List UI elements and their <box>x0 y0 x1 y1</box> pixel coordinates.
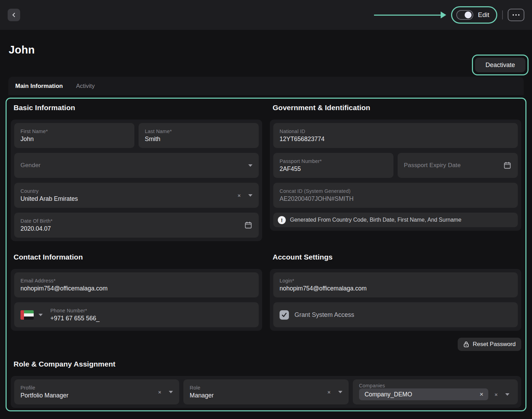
grant-access-checkbox[interactable] <box>280 310 289 320</box>
phone-country-selector[interactable] <box>20 310 43 320</box>
chevron-left-icon <box>11 13 16 17</box>
arrow-line <box>374 15 441 16</box>
section-title: Role & Company Assignment <box>14 360 521 368</box>
last-name-value: Smith <box>145 135 252 143</box>
first-name-label: First Name* <box>20 129 128 134</box>
passport-number-value: 2AF455 <box>280 165 387 173</box>
phone-value: +971 67 655 566_ <box>50 315 252 322</box>
email-field[interactable]: Email Address* nohopim754@officemalaga.c… <box>14 272 259 297</box>
calendar-icon[interactable] <box>503 161 512 170</box>
section-role-company: Role & Company Assignment Profile Portfo… <box>11 351 521 408</box>
company-chip[interactable]: Company_DEMO × <box>359 388 489 400</box>
email-value: nohopim754@officemalaga.com <box>20 285 252 292</box>
last-name-field[interactable]: Last Name* Smith <box>139 123 259 148</box>
main-content-annotation: Basic Information First Name* John Last … <box>6 98 526 411</box>
login-field[interactable]: Login* nohopim754@officemalaga.com <box>273 272 518 297</box>
dob-value: 2020.04.07 <box>20 225 240 232</box>
first-name-value: John <box>20 135 128 143</box>
role-label: Role <box>190 385 323 391</box>
chip-close-icon[interactable]: × <box>480 391 483 398</box>
passport-expiry-field[interactable]: Passport Expiry Date <box>398 153 518 178</box>
section-title: Basic Information <box>14 104 262 112</box>
exclamation-icon: ! <box>278 216 286 224</box>
first-name-field[interactable]: First Name* John <box>14 123 134 148</box>
section-title: Government & Identification <box>273 104 521 112</box>
profile-label: Profile <box>20 385 154 391</box>
companies-select[interactable]: Companies Company_DEMO × × <box>353 379 518 404</box>
role-select[interactable]: Role Manager × <box>183 379 348 404</box>
dob-label: Date Of Birth* <box>20 218 240 224</box>
chevron-down-icon[interactable] <box>338 391 342 393</box>
section-government-identification: Government & Identification National ID … <box>270 99 521 241</box>
uae-flag-icon <box>20 310 34 320</box>
lock-icon <box>463 341 469 347</box>
edit-toggle[interactable] <box>456 10 473 20</box>
grant-system-access-row: Grant System Access <box>273 302 518 327</box>
deactivate-button[interactable]: Deactivate <box>475 58 525 72</box>
edit-toggle-annotation: Edit <box>451 6 497 24</box>
annotation-arrow <box>374 11 446 18</box>
company-chip-label: Company_DEMO <box>365 391 412 398</box>
phone-label: Phone Number* <box>50 308 252 313</box>
edit-toggle-label: Edit <box>478 11 489 19</box>
concat-id-note: ! Generated From Country Code, Birth Dat… <box>273 213 518 227</box>
calendar-icon[interactable] <box>244 221 252 229</box>
check-icon <box>281 312 287 318</box>
concat-note-text: Generated From Country Code, Birth Date,… <box>290 217 462 223</box>
section-contact-information: Contact Information Email Address* nohop… <box>11 241 262 351</box>
clear-icon[interactable]: × <box>158 389 161 395</box>
section-account-settings: Account Settings Login* nohopim754@offic… <box>270 241 521 351</box>
chevron-down-icon[interactable] <box>39 314 43 316</box>
country-value: United Arab Emirates <box>20 195 233 203</box>
national-id-value: 12YT656823774 <box>280 135 512 143</box>
chevron-down-icon[interactable] <box>169 391 173 393</box>
passport-expiry-label: Passport Expiry Date <box>404 162 499 169</box>
section-basic-information: Basic Information First Name* John Last … <box>11 99 262 241</box>
login-label: Login* <box>280 278 512 284</box>
passport-number-field[interactable]: Passport Number* 2AF455 <box>273 153 393 178</box>
login-value: nohopim754@officemalaga.com <box>280 285 512 292</box>
tab-main-information[interactable]: Main Information <box>15 83 63 90</box>
deactivate-annotation: Deactivate <box>472 55 529 75</box>
profile-value: Portfolio Manager <box>20 392 154 399</box>
country-label: Country <box>20 188 233 194</box>
email-label: Email Address* <box>20 278 252 284</box>
gender-label: Gender <box>20 162 244 169</box>
national-id-field[interactable]: National ID 12YT656823774 <box>273 123 518 148</box>
chevron-down-icon[interactable] <box>505 393 509 396</box>
top-bar: Edit <box>0 0 532 30</box>
chevron-down-icon[interactable] <box>248 164 252 167</box>
toggle-knob-icon <box>465 11 472 18</box>
chevron-down-icon[interactable] <box>248 194 252 197</box>
profile-select[interactable]: Profile Portfolio Manager × <box>14 379 179 404</box>
arrow-head-icon <box>441 11 446 18</box>
more-options-button[interactable] <box>508 9 524 21</box>
concat-id-field: Concat ID (System Generated) AE20200407J… <box>273 183 518 208</box>
page-title: John <box>9 44 532 56</box>
clear-icon[interactable]: × <box>327 389 331 395</box>
section-title: Contact Information <box>14 253 262 261</box>
concat-id-value: AE20200407JOHN#SMITH <box>280 195 512 203</box>
reset-password-button[interactable]: Reset Password <box>458 338 521 351</box>
passport-number-label: Passport Number* <box>280 158 387 164</box>
phone-field[interactable]: Phone Number* +971 67 655 566_ <box>14 302 259 327</box>
role-value: Manager <box>190 392 323 399</box>
clear-icon[interactable]: × <box>494 392 498 397</box>
divider <box>502 10 503 19</box>
gender-select[interactable]: Gender <box>14 153 259 178</box>
section-title: Account Settings <box>273 253 521 261</box>
ellipsis-icon <box>513 14 514 16</box>
back-button[interactable] <box>8 9 20 21</box>
clear-icon[interactable]: × <box>238 193 241 198</box>
country-select[interactable]: Country United Arab Emirates × <box>14 183 259 208</box>
grant-access-label: Grant System Access <box>294 311 354 319</box>
reset-password-label: Reset Password <box>473 341 516 348</box>
concat-id-label: Concat ID (System Generated) <box>280 188 512 194</box>
national-id-label: National ID <box>280 129 512 134</box>
tab-activity[interactable]: Activity <box>76 83 95 90</box>
tab-bar: Main Information Activity <box>8 77 524 95</box>
last-name-label: Last Name* <box>145 129 252 134</box>
date-of-birth-field[interactable]: Date Of Birth* 2020.04.07 <box>14 213 259 238</box>
companies-label: Companies <box>359 383 512 388</box>
